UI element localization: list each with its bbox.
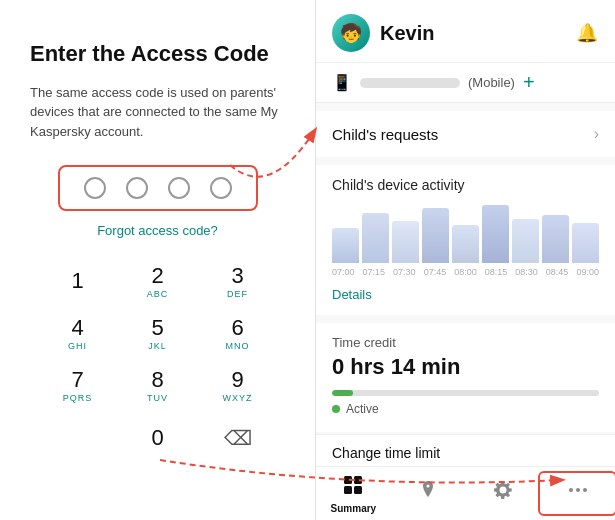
childs-requests-row[interactable]: Child's requests ›: [316, 111, 615, 157]
pin-dot-1: [84, 177, 106, 199]
chart-label-6: 08:15: [485, 267, 508, 277]
svg-point-6: [583, 488, 587, 492]
nav-settings[interactable]: [466, 473, 541, 514]
key-7[interactable]: 7PQRS: [38, 360, 118, 412]
bar-5: [452, 225, 479, 263]
bell-icon[interactable]: 🔔: [575, 21, 599, 45]
svg-rect-2: [344, 486, 352, 494]
svg-rect-0: [344, 476, 352, 484]
pin-dots: [58, 165, 258, 211]
device-name-bar: [360, 78, 460, 88]
time-progress-bar: [332, 390, 599, 396]
phone-icon: 📱: [332, 73, 352, 92]
more-icon: [567, 479, 589, 506]
key-6[interactable]: 6MNO: [198, 308, 278, 360]
avatar: 🧒: [332, 14, 370, 52]
bar-4: [422, 208, 449, 263]
user-name: Kevin: [380, 22, 434, 45]
svg-rect-3: [354, 486, 362, 494]
bar-9: [572, 223, 599, 263]
forgot-access-code-link[interactable]: Forgot access code?: [97, 223, 218, 238]
header-left: 🧒 Kevin: [332, 14, 434, 52]
key-8[interactable]: 8TUV: [118, 360, 198, 412]
pin-dot-4: [210, 177, 232, 199]
svg-point-5: [576, 488, 580, 492]
time-credit-value: 0 hrs 14 min: [332, 354, 599, 380]
chart-label-4: 07:45: [424, 267, 447, 277]
activity-section: Child's device activity 07:00 07:15 07:3…: [316, 165, 615, 315]
chart-label-1: 07:00: [332, 267, 355, 277]
right-panel: 🧒 Kevin 🔔 📱 (Mobile) + Child's requests …: [315, 0, 615, 520]
add-device-button[interactable]: +: [523, 71, 535, 94]
numpad: 1 2ABC 3DEF 4GHI 5JKL 6MNO 7PQRS 8TUV 9W…: [38, 256, 278, 464]
active-label-text: Active: [346, 402, 379, 416]
bar-7: [512, 219, 539, 263]
bar-8: [542, 215, 569, 263]
key-delete[interactable]: ⌫: [198, 412, 278, 464]
time-credit-section: Time credit 0 hrs 14 min Active: [316, 323, 615, 432]
chart-label-5: 08:00: [454, 267, 477, 277]
key-5[interactable]: 5JKL: [118, 308, 198, 360]
key-9[interactable]: 9WXYZ: [198, 360, 278, 412]
bar-6: [482, 205, 509, 263]
nav-more[interactable]: [540, 473, 615, 514]
time-credit-label: Time credit: [332, 335, 599, 350]
key-3[interactable]: 3DEF: [198, 256, 278, 308]
device-mobile-label: (Mobile): [468, 75, 515, 90]
svg-rect-1: [354, 476, 362, 484]
bottom-nav: Summary: [316, 466, 615, 520]
key-0[interactable]: 0: [118, 412, 198, 464]
device-row: 📱 (Mobile) +: [316, 63, 615, 103]
chart-label-7: 08:30: [515, 267, 538, 277]
chevron-right-icon: ›: [594, 125, 599, 143]
key-4[interactable]: 4GHI: [38, 308, 118, 360]
svg-point-4: [569, 488, 573, 492]
key-1[interactable]: 1: [38, 256, 118, 308]
time-progress-fill: [332, 390, 353, 396]
active-status: Active: [332, 402, 599, 416]
access-code-description: The same access code is used on parents'…: [30, 83, 285, 142]
nav-location[interactable]: [391, 473, 466, 514]
pin-dot-3: [168, 177, 190, 199]
details-link[interactable]: Details: [332, 287, 372, 302]
left-panel: Enter the Access Code The same access co…: [0, 0, 315, 520]
right-header: 🧒 Kevin 🔔: [316, 0, 615, 63]
nav-summary[interactable]: Summary: [316, 468, 391, 520]
key-empty: [38, 412, 118, 464]
pin-dot-2: [126, 177, 148, 199]
activity-title: Child's device activity: [332, 177, 599, 193]
settings-icon: [492, 479, 514, 506]
summary-icon: [342, 474, 364, 501]
chart-label-9: 09:00: [576, 267, 599, 277]
bar-1: [332, 228, 359, 263]
chart-label-3: 07:30: [393, 267, 416, 277]
bar-3: [392, 221, 419, 263]
nav-summary-label: Summary: [331, 503, 377, 514]
access-code-title: Enter the Access Code: [30, 40, 285, 69]
change-time-limit-label: Change time limit: [332, 445, 440, 461]
chart-labels: 07:00 07:15 07:30 07:45 08:00 08:15 08:3…: [332, 267, 599, 277]
location-icon: [417, 479, 439, 506]
active-dot: [332, 405, 340, 413]
key-2[interactable]: 2ABC: [118, 256, 198, 308]
chart-label-8: 08:45: [546, 267, 569, 277]
chart-label-2: 07:15: [363, 267, 386, 277]
pin-entry-area: Forgot access code?: [30, 165, 285, 256]
bar-2: [362, 213, 389, 263]
activity-chart: [332, 203, 599, 263]
childs-requests-label: Child's requests: [332, 126, 438, 143]
